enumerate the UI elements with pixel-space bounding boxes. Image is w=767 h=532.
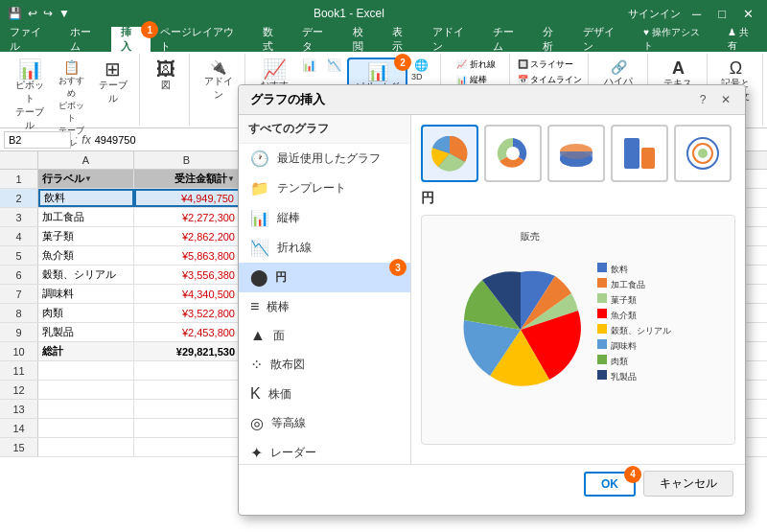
tab-addin[interactable]: アドイン <box>423 27 483 52</box>
row-num: 4 <box>0 227 38 245</box>
bar-icon: ≡ <box>250 298 259 315</box>
chart-type-area[interactable]: ▲ 面 <box>239 321 410 350</box>
formula-separator: : <box>75 133 78 147</box>
svg-text:乳製品: 乳製品 <box>611 372 637 382</box>
chart-type-recent[interactable]: 🕐 最近使用したグラフ <box>239 144 410 173</box>
row-num: 10 <box>0 342 38 360</box>
tab-data[interactable]: データ <box>292 27 342 52</box>
cell-b1[interactable]: 受注金額計▼ <box>134 170 240 188</box>
svg-text:菓子類: 菓子類 <box>611 295 637 305</box>
cell-b2[interactable]: ¥4,949,750 <box>134 189 240 207</box>
dialog-help-btn[interactable]: ? <box>695 92 710 107</box>
slicer-btn[interactable]: 🔲 スライサー <box>515 58 586 72</box>
tab-formula[interactable]: 数式 <box>253 27 293 52</box>
name-box[interactable] <box>4 131 71 149</box>
cell-b9[interactable]: ¥2,453,800 <box>134 323 240 341</box>
tab-share[interactable]: ♟ 共有 <box>718 27 767 52</box>
svg-point-1 <box>506 147 520 160</box>
svg-rect-4 <box>624 138 639 169</box>
pivot-chart-icon: 📊 <box>367 61 388 82</box>
tab-file[interactable]: ファイル <box>0 27 60 52</box>
tab-page-layout[interactable]: ページレイアウト <box>151 27 252 52</box>
table-icon: ⊞ <box>105 59 121 79</box>
chart-type-scatter[interactable]: ⁘ 散布図 <box>239 350 410 380</box>
cell-a10[interactable]: 総計 <box>38 342 134 360</box>
image-btn[interactable]: 🖼 図 <box>149 58 183 94</box>
col-header-a: A <box>38 151 134 169</box>
cell-b4[interactable]: ¥2,862,200 <box>134 227 240 245</box>
cell-a8[interactable]: 肉類 <box>38 304 134 322</box>
insert-chart-dialog: グラフの挿入 ? ✕ すべてのグラフ 🕐 最近使用したグラフ 📁 テンプレート <box>238 84 746 516</box>
cell-a7[interactable]: 調味料 <box>38 285 134 303</box>
text-icon: A <box>672 59 685 77</box>
chart-type-pie[interactable]: ⬤ 円 3 <box>239 263 410 292</box>
cell-a4[interactable]: 菓子類 <box>38 227 134 245</box>
tab-assist[interactable]: ♥ 操作アシスト <box>634 27 717 52</box>
customize-icon[interactable]: ▼ <box>58 7 70 20</box>
chart-type-contour[interactable]: ◎ 等高線 <box>239 408 410 438</box>
tab-view[interactable]: 表示 <box>383 27 423 52</box>
chart-type-bar[interactable]: ≡ 横棒 <box>239 292 410 321</box>
save-icon[interactable]: 💾 <box>8 7 22 20</box>
ok-button[interactable]: OK 4 <box>584 472 636 497</box>
svg-rect-22 <box>597 355 607 364</box>
chart-subtype-4[interactable] <box>611 125 668 182</box>
chart-subtype-5[interactable] <box>674 125 732 182</box>
undo-icon[interactable]: ↩ <box>28 7 37 20</box>
minimize-btn[interactable]: ─ <box>686 7 707 21</box>
cell-a6[interactable]: 穀類、シリアル <box>38 266 134 284</box>
tab-design[interactable]: デザイン <box>573 27 634 52</box>
cell-b5[interactable]: ¥5,863,800 <box>134 246 240 265</box>
svg-text:魚介類: 魚介類 <box>611 311 637 320</box>
svg-rect-14 <box>597 293 607 303</box>
chart-type-column[interactable]: 📊 縦棒 <box>239 203 410 233</box>
scatter-icon: ⁘ <box>250 356 263 374</box>
chart-type-panel: すべてのグラフ 🕐 最近使用したグラフ 📁 テンプレート 📊 縦棒 📉 折れ線 <box>239 115 411 464</box>
redo-icon[interactable]: ↪ <box>43 7 53 20</box>
cell-b10[interactable]: ¥29,821,530 <box>134 342 240 360</box>
ribbon-group-images: 🖼 図 <box>142 54 190 126</box>
close-btn[interactable]: ✕ <box>737 7 759 21</box>
svg-text:販売: 販売 <box>521 231 540 242</box>
cell-b6[interactable]: ¥3,556,380 <box>134 266 240 284</box>
pivot-table-btn[interactable]: 📊 ピボットテーブル <box>10 58 51 134</box>
cell-b8[interactable]: ¥3,522,800 <box>134 304 240 322</box>
chart-type-radar[interactable]: ✦ レーダー <box>239 438 410 464</box>
table-btn[interactable]: ⊞ テーブル <box>92 58 133 107</box>
chart-subtype-3[interactable] <box>547 125 605 182</box>
cell-a3[interactable]: 加工食品 <box>38 208 134 226</box>
cell-a5[interactable]: 魚介類 <box>38 246 134 265</box>
cell-b7[interactable]: ¥4,340,500 <box>134 285 240 303</box>
chart-type-line[interactable]: 📉 折れ線 <box>239 233 410 263</box>
filter-arrow-a1[interactable]: ▼ <box>84 174 92 183</box>
maximize-btn[interactable]: □ <box>712 7 732 21</box>
svg-text:加工食品: 加工食品 <box>611 280 645 289</box>
dialog-title: グラフの挿入 <box>250 91 325 108</box>
chart-type-stock[interactable]: K 株価 <box>239 380 410 408</box>
chart-type-template[interactable]: 📁 テンプレート <box>239 173 410 203</box>
addin-btn[interactable]: 🔌 アドイン <box>198 58 239 104</box>
svg-text:穀類、シリアル: 穀類、シリアル <box>611 326 671 335</box>
cell-a2[interactable]: 飲料 <box>38 189 134 207</box>
sparkline-line-btn[interactable]: 📈 折れ線 <box>453 58 499 72</box>
contour-icon: ◎ <box>250 414 264 432</box>
tab-insert[interactable]: 挿入 1 <box>111 27 151 52</box>
pie-icon: ⬤ <box>250 268 267 287</box>
row-num: 9 <box>0 323 38 341</box>
cell-a1[interactable]: 行ラベル▼ <box>38 170 134 188</box>
cell-b3[interactable]: ¥2,272,300 <box>134 208 240 226</box>
tab-review[interactable]: 校閲 <box>343 27 384 52</box>
chart-subtype-1[interactable] <box>421 125 478 182</box>
dialog-controls: ? ✕ <box>695 92 733 107</box>
chart-subtype-2[interactable] <box>484 125 542 182</box>
dialog-close-btn[interactable]: ✕ <box>718 92 733 107</box>
tab-analyze[interactable]: 分析 <box>533 27 573 52</box>
signin-btn[interactable]: サインイン <box>628 7 681 21</box>
row-num-header-spacer <box>0 151 38 169</box>
tab-home[interactable]: ホーム <box>60 27 110 52</box>
cancel-button[interactable]: キャンセル <box>643 471 733 497</box>
cell-a9[interactable]: 乳製品 <box>38 323 134 341</box>
3d-map-icon: 🌐 <box>414 58 429 72</box>
filter-arrow-b1[interactable]: ▼ <box>227 174 235 183</box>
tab-team[interactable]: チーム <box>483 27 533 52</box>
